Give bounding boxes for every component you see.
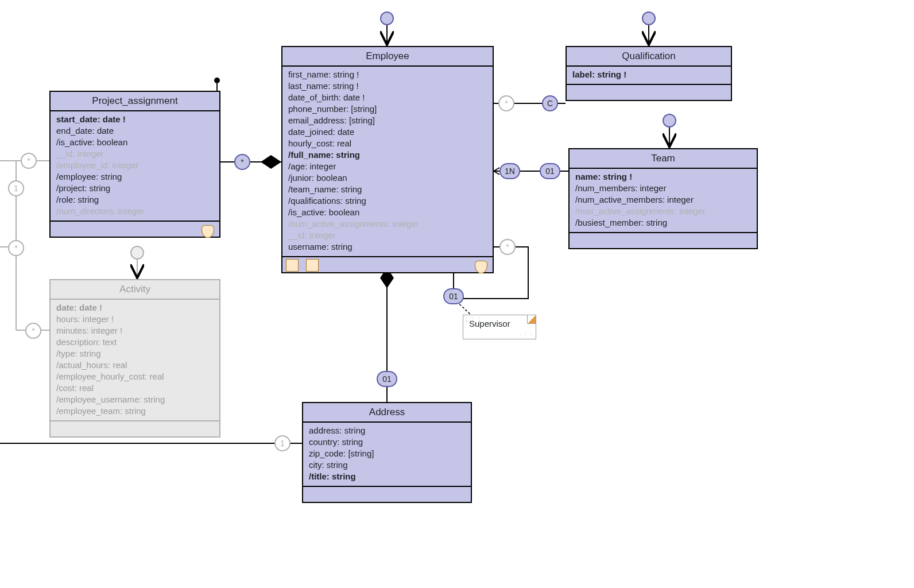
diagram-canvas: Project_assignment start_date: date !end… [0, 0, 914, 588]
entity-title: Qualification [567, 47, 731, 67]
attribute-row: /role: string [56, 194, 214, 206]
note-supervisor[interactable]: : : :: : : Supervisor . : . [463, 315, 536, 339]
attribute-row: /num_members: integer [575, 183, 751, 194]
attribute-row: end_date: date [56, 125, 214, 137]
entity-address[interactable]: Address address: stringcountry: stringzi… [302, 402, 472, 503]
attribute-row: /is_active: boolean [288, 207, 487, 218]
card-star: * [234, 154, 250, 170]
entity-attributes: date: date !hours: integer !minutes: int… [51, 300, 219, 420]
attribute-row: /full_name: string [288, 149, 487, 161]
card-star: * [25, 323, 41, 339]
attribute-row: description: text [56, 336, 214, 348]
attribute-row: /actual_hours: real [56, 359, 214, 371]
attribute-row: zip_code: [string] [309, 448, 465, 459]
card-star: * [498, 95, 514, 111]
card-1: 1 [8, 180, 24, 196]
attribute-row: /num_active_assignments: integer [288, 218, 487, 230]
attribute-row: country: string [309, 436, 465, 448]
list-icon [306, 259, 319, 272]
attribute-row: email_address: [string] [288, 115, 487, 126]
activity-anchor-icon [130, 246, 144, 260]
attribute-row: /employee_hourly_cost: real [56, 371, 214, 382]
attribute-row: first_name: string ! [288, 69, 487, 80]
qualification-anchor-icon [642, 11, 656, 25]
employee-anchor-icon [380, 11, 394, 25]
attribute-row: phone_number: [string] [288, 103, 487, 115]
card-01: 01 [540, 163, 560, 179]
attribute-row: name: string ! [575, 171, 751, 183]
attribute-row: __id: integer [288, 230, 487, 241]
shield-icon [202, 225, 214, 238]
attribute-row: /max_active_assignments: integer [575, 206, 751, 217]
attribute-row: /project: string [56, 183, 214, 194]
entity-footer [51, 420, 219, 436]
shield-icon [475, 261, 487, 273]
attribute-row: date: date ! [56, 302, 214, 314]
entity-attributes: name: string !/num_members: integer/num_… [570, 169, 757, 232]
attribute-row: /age: integer [288, 161, 487, 172]
attribute-row: date_of_birth: date ! [288, 92, 487, 103]
home-icon [286, 259, 299, 272]
attribute-row: last_name: string ! [288, 80, 487, 92]
attribute-row: start_date: date ! [56, 114, 214, 125]
entity-employee[interactable]: Employee first_name: string !last_name: … [281, 46, 494, 273]
attribute-row: /cost: real [56, 382, 214, 394]
entity-footer [282, 256, 493, 272]
card-star: * [8, 240, 24, 256]
attribute-row: city: string [309, 459, 465, 471]
card-1n: 1N [499, 163, 520, 179]
attribute-row: /qualifications: string [288, 195, 487, 207]
card-c: C [542, 95, 558, 111]
entity-title: Activity [51, 280, 219, 300]
attribute-row: /team_name: string [288, 184, 487, 195]
card-01: 01 [443, 288, 464, 304]
attribute-row: username: string [288, 241, 487, 253]
entity-footer [570, 232, 757, 248]
attribute-row: hours: integer ! [56, 314, 214, 325]
entity-title: Address [303, 403, 471, 423]
entity-footer [51, 220, 219, 237]
entity-title: Employee [282, 47, 493, 67]
attribute-row: /junior: boolean [288, 172, 487, 184]
entity-attributes: start_date: date !end_date: date/is_acti… [51, 111, 219, 220]
attribute-row: /employee_team: string [56, 405, 214, 417]
entity-attributes: label: string ! [567, 67, 731, 84]
attribute-row: /employee_username: string [56, 394, 214, 405]
attribute-row: /employee_id: integer [56, 160, 214, 171]
attribute-row: /busiest_member: string [575, 217, 751, 229]
entity-footer [567, 84, 731, 100]
entity-attributes: address: stringcountry: stringzip_code: … [303, 423, 471, 486]
attribute-row: minutes: integer ! [56, 325, 214, 336]
card-star: * [499, 239, 516, 255]
attribute-row: /title: string [309, 471, 465, 482]
attribute-row: __id: integer [56, 148, 214, 160]
card-star: * [21, 153, 37, 169]
attribute-row: /num_directors: integer [56, 206, 214, 217]
entity-team[interactable]: Team name: string !/num_members: integer… [568, 148, 758, 249]
card-1: 1 [274, 435, 291, 451]
entity-footer [303, 486, 471, 502]
attribute-row: /employee: string [56, 171, 214, 183]
svg-point-6 [214, 78, 220, 83]
team-anchor-icon [663, 114, 676, 127]
attribute-row: label: string ! [572, 69, 725, 80]
attribute-row: /is_active: boolean [56, 137, 214, 148]
attribute-row: /type: string [56, 348, 214, 359]
entity-attributes: first_name: string !last_name: string !d… [282, 67, 493, 256]
entity-qualification[interactable]: Qualification label: string ! [566, 46, 732, 101]
entity-activity[interactable]: Activity date: date !hours: integer !min… [49, 279, 220, 438]
attribute-row: /num_active_members: integer [575, 194, 751, 206]
entity-title: Project_assignment [51, 92, 219, 111]
entity-project-assignment[interactable]: Project_assignment start_date: date !end… [49, 91, 220, 238]
entity-title: Team [570, 149, 757, 169]
attribute-row: date_joined: date [288, 126, 487, 138]
card-01: 01 [377, 371, 397, 387]
attribute-row: hourly_cost: real [288, 138, 487, 149]
attribute-row: address: string [309, 425, 465, 436]
